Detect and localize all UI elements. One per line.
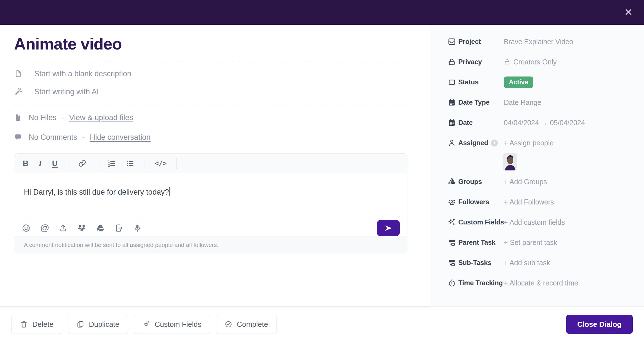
field-row-date-type: Date Type Date Range — [430, 92, 644, 112]
comment-text: Hi Darryl, is this still due for deliver… — [24, 188, 169, 196]
ai-wand-icon — [14, 87, 22, 96]
set-parent-task-action[interactable]: + Set parent task — [504, 238, 636, 247]
complete-button[interactable]: Complete — [216, 315, 277, 334]
emoji-icon[interactable] — [22, 224, 31, 233]
delete-button[interactable]: Delete — [11, 315, 62, 334]
file-icon — [14, 114, 22, 122]
status-badge[interactable]: Active — [504, 76, 533, 88]
trash-icon — [20, 320, 28, 328]
comment-input[interactable]: Hi Darryl, is this still due for deliver… — [14, 173, 407, 219]
field-row-sub-tasks: Sub-Tasks + Add sub task — [430, 253, 644, 273]
field-label: Assigned i — [458, 139, 504, 147]
project-value[interactable]: Brave Explainer Video — [504, 38, 636, 46]
task-dialog: ✕ Animate video Start with a blank descr… — [0, 0, 644, 342]
start-with-ai-option[interactable]: Start writing with AI — [14, 83, 407, 101]
google-drive-icon[interactable] — [96, 224, 105, 233]
status-value[interactable]: Active — [504, 76, 636, 88]
add-followers-action[interactable]: + Add Followers — [504, 198, 636, 206]
assign-people-action[interactable]: + Assign people — [504, 139, 636, 147]
option-label: Start writing with AI — [34, 87, 99, 96]
button-label: Custom Fields — [155, 320, 201, 329]
duplicate-button[interactable]: Duplicate — [68, 315, 128, 334]
hierarchy-icon — [448, 238, 458, 247]
separator: - — [62, 113, 64, 122]
field-row-time-tracking: Time Tracking + Allocate & record time — [430, 273, 644, 293]
field-label: Project — [458, 38, 504, 46]
italic-icon[interactable]: I — [38, 159, 42, 168]
task-title[interactable]: Animate video — [14, 34, 430, 53]
files-status: No Files — [29, 113, 56, 122]
info-icon[interactable]: i — [491, 140, 498, 147]
field-label: Custom Fields — [458, 218, 504, 226]
custom-fields-button[interactable]: Custom Fields — [134, 315, 210, 334]
option-label: Start with a blank description — [34, 69, 131, 78]
assigned-label-text: Assigned — [458, 139, 488, 147]
field-label: Status — [458, 78, 504, 86]
button-label: Duplicate — [89, 320, 119, 329]
date-value[interactable]: 04/04/2024 → 05/04/2024 — [504, 119, 636, 127]
comments-row: No Comments - Hide conversation — [14, 129, 407, 146]
lock-icon — [504, 58, 511, 65]
hide-conversation-link[interactable]: Hide conversation — [90, 133, 151, 142]
followers-icon — [448, 198, 458, 206]
duplicate-icon — [76, 320, 84, 328]
close-icon[interactable]: ✕ — [624, 7, 633, 17]
button-label: Complete — [237, 320, 268, 329]
start-blank-description-option[interactable]: Start with a blank description — [14, 65, 407, 83]
bullet-list-icon[interactable] — [126, 159, 134, 168]
hierarchy-icon — [448, 258, 458, 267]
view-upload-files-link[interactable]: View & upload files — [69, 113, 133, 122]
calendar-icon — [448, 98, 458, 107]
ordered-list-icon[interactable]: 12 — [107, 159, 115, 168]
note-text: A comment notification will be sent to a… — [24, 242, 218, 248]
field-row-assigned: Assigned i + Assign people — [430, 133, 644, 153]
lock-icon — [448, 58, 458, 66]
dropbox-icon[interactable] — [77, 224, 86, 233]
send-comment-button[interactable] — [377, 220, 400, 236]
dialog-header-bar: ✕ — [0, 0, 644, 25]
upload-icon[interactable] — [59, 224, 68, 233]
editor-actions: @ — [14, 219, 407, 237]
link-icon[interactable] — [78, 159, 87, 168]
check-circle-icon — [225, 320, 232, 328]
privacy-value[interactable]: Creators Only — [504, 58, 636, 66]
project-icon — [448, 37, 458, 46]
main-panel: Animate video Start with a blank descrip… — [0, 25, 430, 306]
allocate-record-time-action[interactable]: + Allocate & record time — [504, 279, 636, 287]
groups-icon — [448, 177, 458, 186]
blank-document-icon — [14, 69, 22, 78]
comment-notification-note: A comment notification will be sent to a… — [14, 237, 407, 253]
field-label: Date Type — [458, 98, 504, 106]
field-label: Sub-Tasks — [458, 259, 504, 267]
text-caret — [169, 187, 170, 196]
button-label: Delete — [32, 320, 53, 329]
field-label: Time Tracking — [458, 279, 504, 287]
bold-icon[interactable]: B — [23, 159, 28, 168]
privacy-text: Creators Only — [513, 58, 557, 66]
calendar-icon — [448, 118, 458, 127]
code-icon[interactable]: </> — [155, 159, 166, 167]
comment-icon — [14, 133, 22, 141]
underline-icon[interactable]: U — [52, 159, 58, 168]
sparkles-icon — [448, 218, 458, 226]
assignee-avatar[interactable] — [503, 153, 517, 170]
file-export-icon[interactable] — [114, 224, 123, 233]
field-row-project: Project Brave Explainer Video — [430, 32, 644, 52]
add-custom-fields-action[interactable]: + Add custom fields — [504, 218, 636, 226]
field-label: Date — [458, 119, 504, 127]
microphone-icon[interactable] — [133, 224, 142, 233]
field-row-status: Status Active — [430, 72, 644, 92]
svg-text:2: 2 — [108, 163, 110, 167]
field-row-custom-fields: Custom Fields + Add custom fields — [430, 212, 644, 232]
close-dialog-button[interactable]: Close Dialog — [566, 315, 633, 334]
add-sub-task-action[interactable]: + Add sub task — [504, 259, 636, 267]
files-row: No Files - View & upload files — [14, 109, 407, 126]
add-groups-action[interactable]: + Add Groups — [504, 178, 636, 186]
field-row-parent-task: Parent Task + Set parent task — [430, 232, 644, 253]
toolbar-separator — [144, 158, 144, 169]
comments-status: No Comments — [29, 133, 77, 142]
mention-icon[interactable]: @ — [40, 223, 49, 233]
task-fields-sidebar: Project Brave Explainer Video Privacy Cr… — [430, 25, 644, 306]
dialog-footer: Delete Duplicate Custom Fields Complete … — [0, 306, 644, 342]
date-type-value[interactable]: Date Range — [504, 98, 636, 107]
